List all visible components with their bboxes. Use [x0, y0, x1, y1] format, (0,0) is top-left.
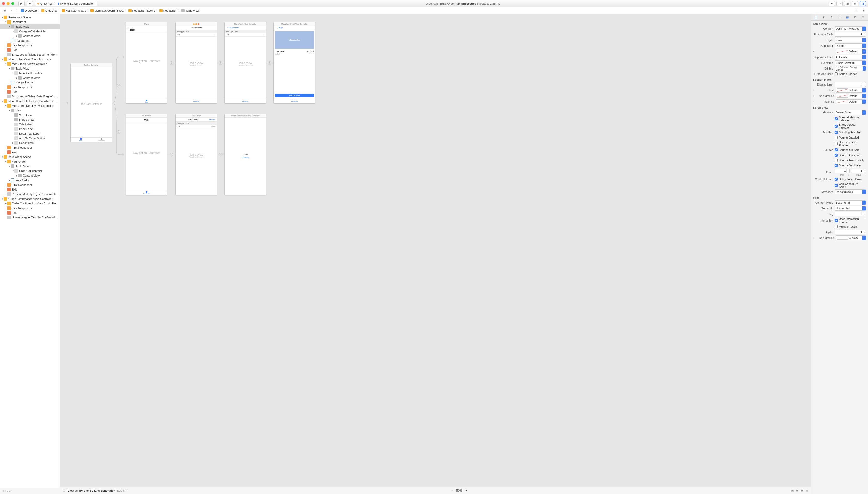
scene-tab-bar-controller[interactable]: Tab Bar Controller Tab Bar Controller Me…: [70, 63, 112, 142]
outline-row[interactable]: First Responder: [0, 85, 60, 90]
add-view-bg-button[interactable]: +: [813, 236, 815, 240]
selection-select[interactable]: Single Selection⌄: [835, 60, 866, 65]
show-horizontal-checkbox[interactable]: Show Horizontal Indicator: [835, 116, 866, 122]
embed-in-button[interactable]: ▣: [791, 489, 794, 492]
stop-button[interactable]: ■: [26, 1, 33, 6]
document-outline[interactable]: ▼Restaurant Scene▼Restaurant▼Table View▼…: [0, 14, 60, 488]
outline-row[interactable]: LTitle Label: [0, 122, 60, 127]
outline-row[interactable]: Exit: [0, 150, 60, 155]
alpha-stepper[interactable]: 1▲▼: [835, 230, 866, 234]
outline-row[interactable]: ▶Order Confirmation View Controller: [0, 201, 60, 206]
scene-order-confirmation[interactable]: Order Confirmation View Controller Label…: [224, 114, 266, 195]
add-tracking-color-button[interactable]: +: [813, 100, 815, 103]
prototype-cells-stepper[interactable]: 1▲▼: [835, 32, 866, 37]
add-text-color-button[interactable]: +: [813, 89, 815, 92]
keyboard-select[interactable]: Do not dismiss⌄: [835, 189, 866, 194]
pin-button[interactable]: ⊞: [801, 489, 803, 492]
outline-row[interactable]: ▶<Your Order: [0, 178, 60, 183]
separator-color-select[interactable]: Default⌄: [836, 49, 866, 54]
outline-row[interactable]: First Responder: [0, 145, 60, 150]
scene-nav-menu[interactable]: Menu Title Navigation Controller Menu: [126, 22, 168, 104]
device-config-icon[interactable]: ▢: [62, 489, 65, 492]
add-separator-color-button[interactable]: +: [813, 50, 815, 53]
zoom-window-button[interactable]: [12, 2, 14, 5]
outline-row[interactable]: ▼Menu Item Detail View Controller Sc…: [0, 99, 60, 103]
add-tab-button[interactable]: +: [829, 1, 835, 6]
outline-row[interactable]: ▼Your Order Scene: [0, 155, 60, 159]
outline-row[interactable]: <Navigation Item: [0, 80, 60, 85]
size-inspector-tab[interactable]: ⊟: [853, 15, 857, 20]
multiple-touch-checkbox[interactable]: Multiple Touch: [835, 225, 857, 228]
outline-row[interactable]: Image View: [0, 117, 60, 122]
crumb-tableview[interactable]: Table View: [181, 9, 199, 12]
zoom-out-button[interactable]: −: [451, 489, 453, 492]
outline-row[interactable]: ▼Restaurant Scene: [0, 15, 60, 20]
outline-row[interactable]: ▼OrderCellIdentifier: [0, 169, 60, 173]
user-interaction-checkbox[interactable]: User Interaction Enabled: [835, 217, 866, 224]
outline-row[interactable]: ▼Order Confirmation View Controller…: [0, 196, 60, 201]
run-button[interactable]: ▶: [18, 1, 24, 6]
tracking-color-select[interactable]: Default⌄: [836, 99, 866, 104]
close-window-button[interactable]: [2, 2, 5, 5]
history-inspector-tab[interactable]: ◐: [822, 15, 826, 20]
outline-row[interactable]: Exit: [0, 48, 60, 52]
outline-row[interactable]: LPrice Label: [0, 127, 60, 131]
outline-row[interactable]: ▶Content View: [0, 75, 60, 80]
outline-row[interactable]: ▼Restaurant: [0, 20, 60, 24]
cancel-on-scroll-checkbox[interactable]: Can Cancel On Scroll: [835, 182, 866, 188]
crumb-vc[interactable]: Restaurant: [159, 9, 177, 12]
outline-row[interactable]: First Responder: [0, 206, 60, 210]
back-button[interactable]: 〈: [8, 8, 14, 13]
crumb-scene[interactable]: Restaurant Scene: [129, 9, 155, 12]
scheme-selector[interactable]: ◆ OrderApp 〉 ▮ iPhone SE (2nd generation…: [35, 1, 97, 6]
outline-row[interactable]: ▶Content View: [0, 34, 60, 38]
content-select[interactable]: Dynamic Prototypes⌄: [835, 26, 866, 31]
outline-row[interactable]: ▼CategoryCellIdentifier: [0, 29, 60, 34]
outline-row[interactable]: <Restaurant: [0, 38, 60, 43]
crumb-project[interactable]: OrderApp: [21, 9, 37, 12]
align-button[interactable]: ⊟: [796, 489, 798, 492]
scene-restaurant[interactable]: Restaurant Prototype Cells Title〉 Table …: [175, 22, 217, 104]
outline-row[interactable]: ▼Menu Table View Controller Scene: [0, 57, 60, 61]
toggle-bottom-panel-button[interactable]: ⊟: [852, 1, 858, 6]
delay-touch-checkbox[interactable]: Delay Touch Down: [835, 177, 866, 181]
add-editor-button[interactable]: ⊞: [861, 8, 866, 13]
direction-lock-checkbox[interactable]: Direction Lock Enabled: [835, 140, 866, 147]
file-inspector-tab[interactable]: 📄: [813, 15, 818, 20]
crumb-folder[interactable]: OrderApp: [41, 9, 58, 12]
connections-inspector-tab[interactable]: ⊕: [861, 15, 865, 20]
scene-nav-order[interactable]: Your Order Title Navigation Controller Y…: [126, 114, 168, 195]
tag-stepper[interactable]: 0▲▼: [835, 212, 866, 216]
zoom-in-button[interactable]: +: [465, 489, 467, 492]
separator-inset-select[interactable]: Automatic⌄: [835, 55, 866, 59]
view-as-label[interactable]: View as: iPhone SE (2nd generation) (wC …: [68, 489, 128, 492]
crumb-storyboard[interactable]: Main.storyboard: [62, 9, 86, 12]
outline-row[interactable]: ▼Table View: [0, 164, 60, 169]
resolve-button[interactable]: △: [806, 489, 808, 492]
outline-row[interactable]: First Responder: [0, 183, 60, 187]
index-bg-color-select[interactable]: Default⌄: [836, 94, 866, 98]
bounce-horizontal-checkbox[interactable]: Bounce Horizontally: [835, 159, 864, 162]
scene-your-order[interactable]: Your Order Your OrderSubmit Prototype Ce…: [175, 114, 217, 195]
outline-row[interactable]: Show segue "MenuDetailSegue" t…: [0, 94, 60, 99]
indicators-select[interactable]: Default Style⌄: [835, 110, 866, 115]
code-review-button[interactable]: ⇄: [836, 1, 843, 6]
help-inspector-tab[interactable]: ?: [829, 15, 834, 20]
text-color-select[interactable]: Default⌄: [836, 88, 866, 93]
outline-row[interactable]: Safe Area: [0, 113, 60, 117]
outline-row[interactable]: ▼MenuCellIdentifier: [0, 71, 60, 75]
forward-button[interactable]: 〉: [15, 8, 20, 13]
outline-row[interactable]: ▶Content View: [0, 173, 60, 178]
outline-row[interactable]: Exit: [0, 187, 60, 192]
add-bg-color-button[interactable]: +: [813, 94, 815, 97]
zoom-max-stepper[interactable]: 1▲▼: [851, 169, 866, 173]
view-background-select[interactable]: Custom⌄: [836, 235, 866, 240]
outline-filter-input[interactable]: [5, 490, 58, 493]
toggle-right-panel-button[interactable]: ◨: [860, 1, 866, 6]
scene-menu-item-detail[interactable]: Menu Item Detail View Controller 〈 Back …: [273, 22, 315, 104]
outline-row[interactable]: ▼Table View: [0, 66, 60, 71]
outline-row[interactable]: ▼Menu Table View Controller: [0, 61, 60, 66]
outline-row[interactable]: Exit: [0, 210, 60, 215]
bounce-scroll-checkbox[interactable]: Bounce On Scroll: [835, 148, 866, 151]
related-items-button[interactable]: ⊞: [2, 8, 7, 13]
